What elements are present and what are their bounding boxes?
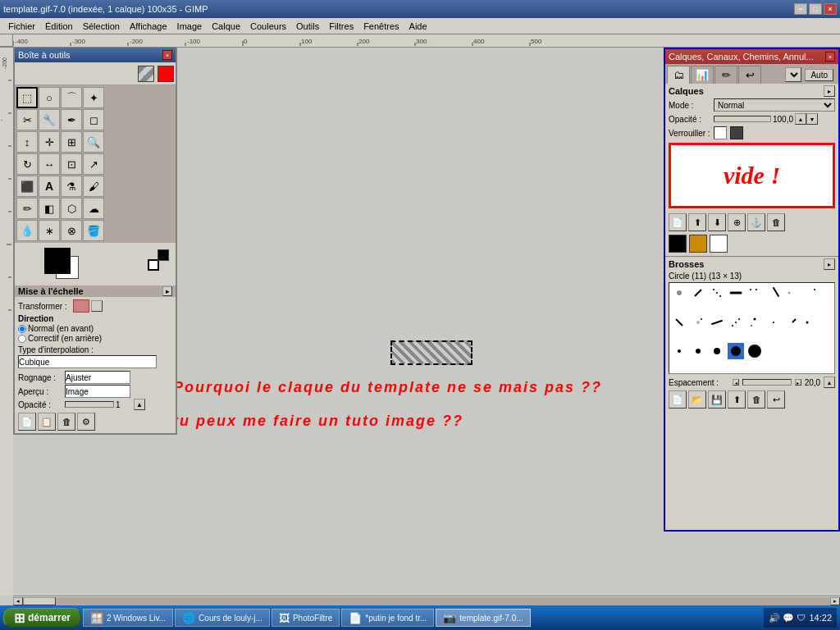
scale-panel-expand[interactable]: ▸ (162, 286, 172, 296)
scroll-thumb[interactable] (23, 597, 56, 605)
brush-item-13[interactable] (746, 314, 763, 331)
layer-action-up[interactable]: ⬆ (688, 213, 706, 231)
brush-btn-3[interactable]: 💾 (708, 390, 726, 409)
close-button[interactable]: × (824, 3, 837, 15)
tool-blur[interactable]: ☁ (83, 198, 104, 219)
tool-zoom[interactable]: 🔍 (83, 131, 104, 153)
tool-fill[interactable]: 🪣 (83, 220, 104, 241)
fg-color-swatch[interactable] (158, 66, 174, 82)
menu-fichier[interactable]: Fichier (3, 20, 40, 33)
brush-item-14[interactable] (765, 314, 782, 331)
brush-item-16[interactable] (803, 314, 819, 331)
auto-button[interactable]: Auto (805, 69, 833, 81)
opacity-slider[interactable] (65, 401, 114, 408)
layer-action-dup[interactable]: ⊕ (728, 213, 746, 231)
tool-path[interactable]: 🔧 (39, 109, 60, 130)
menu-affichage[interactable]: Affichage (125, 20, 172, 33)
brush-item-7[interactable] (784, 285, 801, 301)
color-pick-white[interactable] (710, 235, 728, 253)
brush-btn-6[interactable]: ↩ (767, 390, 785, 409)
brush-btn-1[interactable]: 📄 (669, 390, 687, 409)
taskbar-item-2[interactable]: 🌐 Cours de louly-j... (175, 609, 270, 627)
tool-free-select[interactable]: ⌒ (61, 87, 82, 108)
brush-item-1[interactable] (671, 285, 687, 301)
taskbar-item-4[interactable]: 📄 *putin je fond tr... (341, 609, 434, 627)
opacity-spin-down[interactable]: ▼ (806, 113, 818, 125)
crop-input[interactable]: Ajuster (65, 371, 130, 384)
fg-color-swatch2[interactable] (44, 248, 71, 274)
spacing-spin[interactable]: ▲ (824, 377, 835, 388)
brush-btn-5[interactable]: 🗑 (747, 390, 765, 409)
menu-outils[interactable]: Outils (291, 20, 324, 33)
tool-heal[interactable]: ⬡ (61, 198, 82, 219)
panel-btn-4[interactable]: ⚙ (77, 413, 95, 431)
tab-channels[interactable]: 📊 (691, 66, 714, 84)
corrective-radio[interactable] (18, 335, 26, 343)
tool-rect-select[interactable]: ⬚ (16, 87, 38, 108)
minimize-button[interactable]: − (794, 3, 807, 15)
mode-select[interactable]: Normal (714, 98, 835, 112)
brush-item-3[interactable] (709, 285, 725, 301)
tool-align[interactable]: ✛ (39, 131, 60, 153)
layer-action-down[interactable]: ⬇ (708, 213, 726, 231)
tool-scissors[interactable]: ✂ (16, 109, 38, 130)
tool-pencil[interactable]: ✏ (16, 198, 38, 219)
menu-aide[interactable]: Aide (404, 20, 432, 33)
maximize-button[interactable]: □ (809, 3, 822, 15)
menu-fenetres[interactable]: Fenêtres (358, 20, 404, 33)
spacing-slider[interactable] (742, 379, 791, 386)
menu-image[interactable]: Image (172, 20, 208, 33)
tool-rotate[interactable]: ↻ (16, 153, 38, 175)
taskbar-item-5[interactable]: 📷 template.gif-7.0... (436, 609, 530, 627)
brush-item-5[interactable] (746, 285, 763, 301)
tab-paths[interactable]: ✏ (714, 66, 737, 84)
panel-btn-2[interactable]: 📋 (38, 413, 56, 431)
layers-close-button[interactable]: × (825, 52, 835, 62)
tool-perspective[interactable]: ↗ (83, 153, 104, 175)
brush-item-4[interactable] (728, 285, 744, 301)
layer-action-delete[interactable]: 🗑 (767, 213, 785, 231)
tool-pen[interactable]: ✒ (61, 109, 82, 130)
scroll-right-btn[interactable]: ▸ (830, 597, 840, 605)
tool-dodge[interactable]: ∗ (39, 220, 60, 241)
tool-flip[interactable]: ⬛ (16, 176, 38, 197)
brush-item-11[interactable] (709, 314, 725, 331)
tool-eraser[interactable]: ⊗ (61, 220, 82, 241)
lock-checkbox[interactable] (714, 126, 727, 139)
spacing-left[interactable]: ◂ (733, 379, 739, 386)
calques-expand[interactable]: ▸ (824, 85, 835, 97)
menu-couleurs[interactable]: Couleurs (245, 20, 291, 33)
menu-filtres[interactable]: Filtres (324, 20, 358, 33)
brush-item-9[interactable] (671, 314, 687, 331)
tab-history[interactable]: ↩ (738, 66, 761, 84)
brush-item-2[interactable] (690, 285, 706, 301)
opacity-spin-up[interactable]: ▲ (795, 113, 806, 125)
brush-item-6[interactable] (765, 285, 782, 301)
color-pick-black[interactable] (669, 235, 687, 253)
panel-btn-1[interactable]: 📄 (18, 413, 36, 431)
opacity-slider-layers[interactable] (714, 116, 771, 122)
taskbar-item-3[interactable]: 🖼 PhotoFiltre (272, 609, 340, 627)
tool-crop[interactable]: ⊞ (61, 131, 82, 153)
toolbox-close-button[interactable]: × (162, 50, 172, 60)
brush-item-21[interactable] (746, 343, 763, 359)
scroll-left-btn[interactable]: ◂ (13, 597, 23, 605)
tool-color-picker[interactable]: ⚗ (61, 176, 82, 197)
interpolation-input[interactable]: Cubique (18, 355, 157, 368)
tool-smudge[interactable]: 💧 (16, 220, 38, 241)
color-pick-orange[interactable] (689, 235, 707, 253)
brush-item-19[interactable] (709, 343, 725, 359)
panel-btn-3[interactable]: 🗑 (57, 413, 75, 431)
canvas-selection[interactable] (390, 340, 472, 365)
tab-layers[interactable]: 🗂 (667, 66, 690, 84)
brush-item-15[interactable] (784, 314, 801, 331)
layer-action-anchor[interactable]: ⚓ (747, 213, 765, 231)
brush-btn-4[interactable]: ⬆ (728, 390, 746, 409)
menu-edition[interactable]: Édition (40, 20, 78, 33)
tool-paint[interactable]: 🖌 (83, 176, 104, 197)
menu-selection[interactable]: Sélection (78, 20, 125, 33)
tool-ellipse-select[interactable]: ○ (39, 87, 60, 108)
brush-btn-2[interactable]: 📂 (688, 390, 706, 409)
tool-scale[interactable]: ↔ (39, 153, 60, 175)
brush-item-18[interactable] (690, 343, 706, 359)
